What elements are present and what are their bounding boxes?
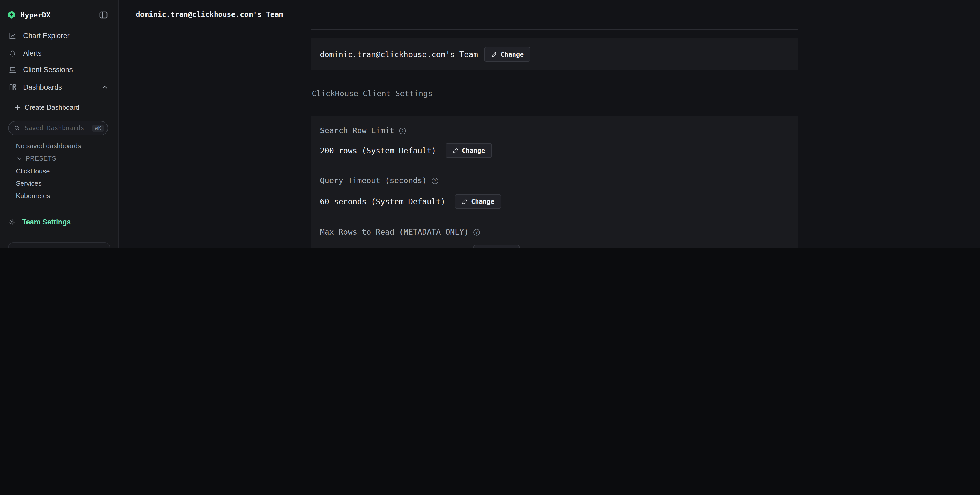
get-started-card: Get Started 2/3 Connect to ClickHouse Se…: [8, 242, 110, 247]
hyperdx-logo-icon: [7, 10, 16, 19]
sidebar-item-label: Client Sessions: [23, 65, 73, 73]
sidebar-item-chart-explorer[interactable]: Chart Explorer: [0, 28, 118, 43]
svg-text:?: ?: [434, 178, 436, 183]
help-icon[interactable]: ?: [398, 127, 406, 135]
sidebar: HyperDX Chart Explorer Alerts Client Ses…: [0, 0, 119, 247]
setting-row: 3,000,000 rows (System Default) Change: [320, 245, 520, 247]
team-name-value: dominic.tran@clickhouse.com's Team: [320, 50, 478, 59]
sidebar-divider: [0, 96, 119, 96]
help-icon[interactable]: ?: [473, 228, 480, 236]
preset-clickhouse[interactable]: ClickHouse: [16, 167, 50, 175]
plus-icon: [15, 105, 21, 110]
section-title-client-settings: ClickHouse Client Settings: [312, 89, 433, 98]
sidebar-item-team-settings[interactable]: Team Settings: [8, 216, 71, 227]
no-saved-dashboards-text: No saved dashboards: [16, 142, 81, 150]
change-label: Change: [471, 197, 494, 205]
sidebar-item-client-sessions[interactable]: Client Sessions: [0, 62, 118, 77]
setting-label: Query Timeout (seconds) ?: [320, 176, 439, 185]
svg-text:?: ?: [475, 230, 478, 235]
setting-value: 200 rows (System Default): [320, 146, 436, 155]
collapse-sidebar-icon[interactable]: [99, 11, 108, 19]
presets-section-toggle[interactable]: PRESETS: [17, 155, 56, 162]
saved-dashboards-search: ⌘K: [8, 121, 108, 135]
presets-label: PRESETS: [26, 155, 56, 162]
sidebar-item-label: Chart Explorer: [23, 31, 70, 40]
team-settings-label: Team Settings: [22, 218, 71, 226]
section-divider: [311, 108, 799, 108]
sidebar-item-dashboards[interactable]: Dashboards: [0, 80, 118, 94]
svg-text:?: ?: [401, 128, 404, 133]
sidebar-item-label: Alerts: [23, 49, 42, 57]
chart-explorer-icon: [9, 32, 16, 39]
setting-row: 200 rows (System Default) Change: [320, 143, 492, 158]
page-header: dominic.tran@clickhouse.com's Team: [119, 0, 980, 28]
app-logo[interactable]: HyperDX: [7, 9, 51, 20]
dashboards-grid-icon: [9, 83, 16, 91]
change-label: Change: [501, 51, 524, 58]
pencil-icon: [491, 51, 497, 57]
chevron-down-icon: [17, 157, 22, 160]
app-window: HyperDX Chart Explorer Alerts Client Ses…: [0, 0, 980, 247]
laptop-icon: [9, 65, 16, 73]
pencil-icon: [461, 198, 468, 205]
page-title: dominic.tran@clickhouse.com's Team: [136, 10, 283, 19]
preset-kubernetes[interactable]: Kubernetes: [16, 192, 50, 200]
bell-icon: [9, 49, 16, 57]
help-icon[interactable]: ?: [431, 177, 439, 185]
setting-value: 60 seconds (System Default): [320, 197, 445, 206]
create-dashboard-label: Create Dashboard: [25, 103, 79, 111]
chevron-up-icon: [102, 85, 108, 89]
change-query-timeout-button[interactable]: Change: [455, 194, 501, 209]
scrolled-card-edge: [311, 29, 799, 30]
logo-text: HyperDX: [21, 11, 51, 19]
search-icon: [14, 125, 20, 131]
setting-label: Max Rows to Read (METADATA ONLY) ?: [320, 228, 480, 237]
setting-label: Search Row Limit ?: [320, 126, 406, 135]
team-name-card: dominic.tran@clickhouse.com's Team Chang…: [311, 38, 799, 70]
change-team-name-button[interactable]: Change: [484, 47, 530, 62]
create-dashboard-button[interactable]: Create Dashboard: [0, 100, 118, 114]
preset-services[interactable]: Services: [16, 180, 42, 187]
gear-icon: [8, 218, 16, 226]
sidebar-item-alerts[interactable]: Alerts: [0, 46, 118, 60]
change-label: Change: [462, 146, 485, 154]
sidebar-item-label: Dashboards: [23, 83, 62, 91]
shortcut-badge: ⌘K: [92, 124, 104, 132]
pencil-icon: [452, 147, 458, 154]
client-settings-card: Search Row Limit ? 200 rows (System Defa…: [311, 116, 799, 247]
change-search-row-limit-button[interactable]: Change: [445, 143, 492, 158]
setting-row: 60 seconds (System Default) Change: [320, 194, 501, 209]
search-input[interactable]: [24, 124, 89, 132]
change-max-rows-button[interactable]: Change: [473, 245, 520, 247]
